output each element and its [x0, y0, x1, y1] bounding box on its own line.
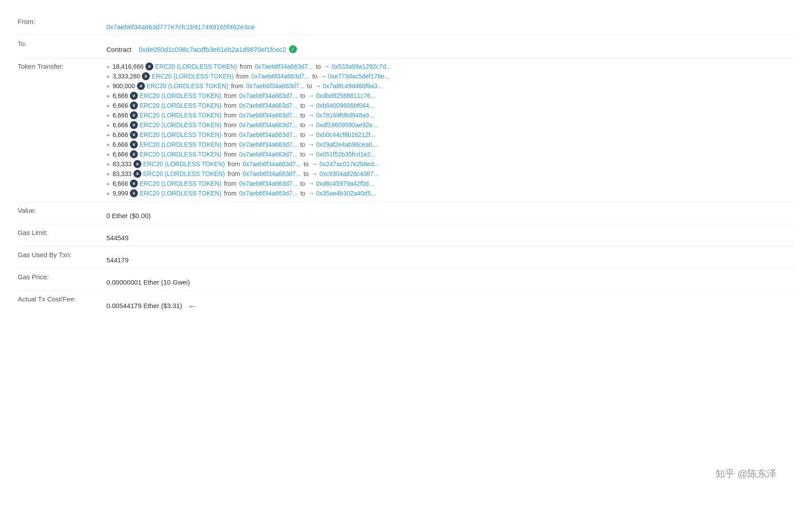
- token-from-address[interactable]: 0x7aeb6f34a663d7...: [239, 102, 298, 109]
- gas-price-row: Gas Price: 0.00000001 Ether (10 Gwei): [18, 269, 794, 291]
- token-to-address[interactable]: 0xc9304a828c4d87...: [320, 170, 379, 177]
- token-amount: 3,333,280: [113, 73, 140, 80]
- token-amount: 18,416,666: [113, 63, 144, 70]
- token-crown-icon: ♛: [133, 160, 141, 168]
- token-name-link[interactable]: ERC20 (LORDLESS TOKEN): [140, 190, 222, 197]
- token-amount: 6,666: [113, 151, 128, 158]
- token-to-address[interactable]: 0xb84009606bf044...: [316, 102, 375, 109]
- to-text: to: [300, 112, 305, 119]
- token-from-address[interactable]: 0x7aeb6f34a663d7...: [239, 141, 298, 148]
- token-name-link[interactable]: ERC20 (LORDLESS TOKEN): [155, 63, 237, 70]
- triangle-icon: ►: [106, 142, 111, 147]
- token-from-address[interactable]: 0x7aeb6f34a663d7...: [246, 82, 304, 90]
- token-to-address[interactable]: 0x533a99a1292c7d...: [332, 63, 391, 70]
- from-text: from: [224, 180, 237, 187]
- token-to-address[interactable]: 0x247ac017e2b8ed...: [320, 160, 379, 168]
- to-text: to: [300, 151, 305, 158]
- triangle-icon: ►: [106, 74, 111, 79]
- token-from-address[interactable]: 0x7aeb6f34a663d7...: [239, 121, 298, 129]
- token-crown-icon: ♛: [130, 92, 138, 100]
- token-from-address[interactable]: 0x7aeb6f34a663d7...: [251, 73, 310, 80]
- token-to-address[interactable]: 0x78169fd6d948a9...: [316, 112, 375, 119]
- from-text: from: [231, 82, 243, 90]
- token-transfer-item: ► 18,416,666 ♛ ERC20 (LORDLESS TOKEN) fr…: [106, 63, 789, 70]
- transaction-details-table: From: 0x7aeb6f34a663d777e7cfc1b917499165…: [18, 13, 794, 317]
- token-to-address[interactable]: 0x051f52b35fcd1e2...: [316, 151, 376, 158]
- to-text: to: [300, 121, 305, 129]
- token-amount: 6,666: [113, 92, 128, 99]
- gas-used-row: Gas Used By Txn: 544179: [18, 246, 794, 269]
- arrow-icon: →: [308, 141, 314, 148]
- arrow-icon: →: [308, 121, 314, 129]
- token-name-link[interactable]: ERC20 (LORDLESS TOKEN): [147, 82, 229, 90]
- token-name-link[interactable]: ERC20 (LORDLESS TOKEN): [140, 102, 222, 109]
- token-transfer-item: ► 9,999 ♛ ERC20 (LORDLESS TOKEN) from 0x…: [106, 189, 789, 197]
- to-text: to: [307, 82, 312, 90]
- contract-prefix: Contract: [106, 46, 132, 53]
- token-from-address[interactable]: 0x7aeb6f34a663d7...: [239, 131, 298, 138]
- to-text: to: [316, 63, 321, 70]
- gas-price-value: 0.00000001 Ether (10 Gwei): [106, 269, 794, 291]
- from-text: from: [224, 102, 237, 109]
- to-text: to: [312, 73, 317, 80]
- token-amount: 6,666: [113, 112, 128, 119]
- token-transfer-item: ► 83,333 ♛ ERC20 (LORDLESS TOKEN) from 0…: [106, 160, 789, 168]
- token-amount: 83,333: [113, 170, 132, 177]
- token-amount: 900,000: [113, 82, 135, 90]
- arrow-icon: →: [308, 112, 314, 119]
- from-text: from: [224, 190, 237, 197]
- from-row: From: 0x7aeb6f34a663d777e7cfc1b917499165…: [18, 13, 794, 35]
- token-crown-icon: ♛: [130, 131, 138, 139]
- actual-fee-row: Actual Tx Cost/Fee: 0.00544179 Ether ($3…: [18, 291, 794, 317]
- token-to-address[interactable]: 0x35ae4b302a40d5...: [316, 190, 376, 197]
- token-transfer-item: ► 6,666 ♛ ERC20 (LORDLESS TOKEN) from 0x…: [106, 102, 789, 109]
- token-transfer-item: ► 6,666 ♛ ERC20 (LORDLESS TOKEN) from 0x…: [106, 111, 789, 119]
- token-crown-icon: ♛: [130, 180, 138, 188]
- token-to-address[interactable]: 0xd6c45979a42f0d...: [316, 180, 374, 187]
- arrow-icon: →: [308, 131, 314, 138]
- token-to-address[interactable]: 0x29af2e4ab98cea0...: [316, 141, 378, 148]
- token-name-link[interactable]: ERC20 (LORDLESS TOKEN): [140, 121, 222, 129]
- token-name-link[interactable]: ERC20 (LORDLESS TOKEN): [140, 92, 222, 99]
- triangle-icon: ►: [106, 162, 111, 167]
- token-from-address[interactable]: 0x7aeb6f34a663d7...: [239, 112, 298, 119]
- fee-arrow-indicator: ←: [187, 301, 197, 312]
- triangle-icon: ►: [106, 181, 111, 186]
- token-from-address[interactable]: 0x7aeb6f34a663d7...: [239, 92, 298, 99]
- triangle-icon: ►: [106, 191, 111, 196]
- token-crown-icon: ♛: [130, 121, 138, 129]
- verified-icon: ✓: [289, 45, 297, 53]
- token-crown-icon: ♛: [133, 170, 141, 178]
- token-name-link[interactable]: ERC20 (LORDLESS TOKEN): [140, 151, 222, 158]
- token-name-link[interactable]: ERC20 (LORDLESS TOKEN): [140, 112, 222, 119]
- token-to-address[interactable]: 0x7a8fc49d46bf9a3...: [323, 82, 383, 90]
- token-name-link[interactable]: ERC20 (LORDLESS TOKEN): [140, 131, 222, 138]
- token-transfers-list: ► 18,416,666 ♛ ERC20 (LORDLESS TOKEN) fr…: [106, 58, 794, 202]
- token-transfer-item: ► 3,333,280 ♛ ERC20 (LORDLESS TOKEN) fro…: [106, 72, 789, 80]
- token-to-address[interactable]: 0xdbd92588811c76...: [316, 92, 376, 99]
- triangle-icon: ►: [106, 152, 111, 157]
- triangle-icon: ►: [106, 94, 111, 98]
- token-name-link[interactable]: ERC20 (LORDLESS TOKEN): [143, 160, 225, 168]
- token-name-link[interactable]: ERC20 (LORDLESS TOKEN): [152, 73, 234, 80]
- token-crown-icon: ♛: [130, 102, 138, 109]
- token-to-address[interactable]: 0xe773dac5def178e...: [328, 73, 390, 80]
- from-text: from: [240, 63, 252, 70]
- from-address-link[interactable]: 0x7aeb6f34a663d777e7cfc1b917499165f462e3…: [106, 23, 254, 31]
- token-to-address[interactable]: 0xb0c44cf8b16212f...: [316, 131, 375, 138]
- token-from-address[interactable]: 0x7aeb6f34a663d7...: [239, 180, 298, 187]
- token-name-link[interactable]: ERC20 (LORDLESS TOKEN): [140, 141, 222, 148]
- token-from-address[interactable]: 0x7aeb6f34a663d7...: [242, 170, 301, 177]
- to-address-link[interactable]: 0xde050d1c098c7acdfb3e61eb2a1d9870ef1fce…: [139, 46, 286, 53]
- token-from-address[interactable]: 0x7aeb6f34a663d7...: [255, 63, 313, 70]
- to-text: to: [304, 170, 309, 177]
- token-from-address[interactable]: 0x7aeb6f34a663d7...: [242, 160, 301, 168]
- token-from-address[interactable]: 0x7aeb6f34a663d7...: [239, 151, 298, 158]
- token-name-link[interactable]: ERC20 (LORDLESS TOKEN): [140, 180, 222, 187]
- to-row: To: Contract 0xde050d1c098c7acdfb3e61eb2…: [18, 35, 794, 58]
- triangle-icon: ►: [106, 172, 111, 176]
- token-name-link[interactable]: ERC20 (LORDLESS TOKEN): [143, 170, 225, 177]
- token-from-address[interactable]: 0x7aeb6f34a663d7...: [239, 190, 298, 197]
- token-to-address[interactable]: 0xdf19609590ae92e...: [316, 121, 378, 129]
- token-amount: 83,333: [113, 160, 132, 168]
